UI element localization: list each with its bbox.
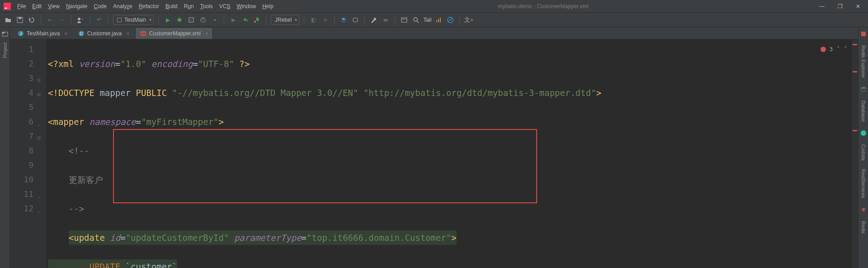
window-controls: — ❐ ✕ bbox=[816, 3, 864, 10]
tab-label: Customer.java bbox=[87, 30, 122, 37]
menu-edit[interactable]: Edit bbox=[29, 2, 44, 10]
svg-rect-31 bbox=[861, 32, 866, 36]
fold-icon[interactable]: ⌞ bbox=[36, 203, 42, 209]
open-icon[interactable] bbox=[4, 15, 13, 24]
profile-dropdown-icon[interactable]: ▾ bbox=[210, 15, 219, 24]
run-icon[interactable]: ▶ bbox=[163, 15, 172, 24]
error-marker[interactable] bbox=[853, 71, 857, 72]
forward-icon[interactable]: → bbox=[57, 15, 66, 24]
svg-rect-0 bbox=[4, 3, 11, 10]
menu-tools[interactable]: Tools bbox=[198, 2, 216, 10]
line-number: 5 bbox=[10, 100, 33, 115]
editor-tabs: J TestMain.java × C Customer.java × Cust… bbox=[10, 27, 858, 39]
menu-code[interactable]: Code bbox=[91, 2, 109, 10]
error-stripe[interactable] bbox=[852, 39, 858, 268]
undo-icon[interactable]: ↶ bbox=[94, 15, 104, 24]
maximize-button[interactable]: ❐ bbox=[834, 3, 846, 10]
close-icon[interactable]: × bbox=[205, 31, 208, 36]
menu-help[interactable]: Help bbox=[259, 2, 276, 10]
codota-icon[interactable] bbox=[860, 130, 867, 136]
inspection-widget[interactable]: 3 ˆ ˇ bbox=[821, 42, 847, 57]
svg-line-16 bbox=[417, 21, 419, 23]
link-icon[interactable] bbox=[381, 15, 390, 24]
code-editor[interactable]: <?xml version="1.0" encoding="UTF-8" ?> … bbox=[46, 39, 858, 268]
gutter: 1 2 3 4 5 6 7 8 9 10 11 12 ⊟ ⊟ ⌞ ⊟ ⌞ ⌞ bbox=[10, 39, 46, 268]
fold-icon[interactable]: ⊟ bbox=[36, 73, 42, 78]
menu-vcs[interactable]: VCS bbox=[217, 2, 233, 10]
tab-testmain[interactable]: J TestMain.java × bbox=[13, 27, 72, 39]
fold-icon[interactable]: ⌞ bbox=[36, 116, 42, 122]
search-icon[interactable] bbox=[411, 15, 420, 24]
back-icon[interactable]: ← bbox=[46, 15, 55, 24]
svg-point-4 bbox=[78, 18, 80, 20]
menu-window[interactable]: Window bbox=[234, 2, 259, 10]
attach-icon[interactable]: ▶ bbox=[229, 15, 238, 24]
rocket-icon[interactable] bbox=[252, 15, 261, 24]
close-icon[interactable]: × bbox=[127, 31, 129, 36]
menu-run[interactable]: Run bbox=[181, 2, 197, 10]
chevron-down-icon[interactable]: ˇ bbox=[844, 42, 847, 57]
svg-rect-28 bbox=[141, 31, 146, 36]
open-folder-icon[interactable]: ◧ bbox=[309, 15, 318, 24]
redis-icon[interactable] bbox=[860, 206, 867, 213]
fold-icon[interactable]: ⊟ bbox=[36, 87, 42, 93]
menu-build[interactable]: Build bbox=[163, 2, 180, 10]
stop-icon[interactable]: ■ bbox=[321, 15, 330, 24]
box-icon[interactable] bbox=[351, 15, 360, 24]
line-number: 9 bbox=[10, 158, 33, 172]
redis-explorer-icon[interactable] bbox=[860, 31, 867, 37]
menu-analyze[interactable]: Analyze bbox=[110, 2, 135, 10]
minimize-button[interactable]: — bbox=[816, 3, 828, 10]
no-entry-icon[interactable] bbox=[446, 15, 455, 24]
jrebel-select[interactable]: JRebel bbox=[271, 15, 299, 25]
coverage-icon[interactable] bbox=[187, 15, 196, 24]
svg-rect-3 bbox=[19, 17, 21, 19]
rerun-icon[interactable] bbox=[241, 15, 250, 24]
svg-rect-23 bbox=[2, 32, 5, 34]
sync-icon[interactable] bbox=[27, 15, 36, 24]
svg-point-30 bbox=[143, 33, 145, 34]
project-tool-icon[interactable] bbox=[2, 31, 8, 37]
chart-icon[interactable] bbox=[434, 15, 443, 24]
tool-label[interactable]: Codota bbox=[861, 144, 866, 160]
avatar-icon[interactable] bbox=[76, 15, 85, 24]
window-icon[interactable] bbox=[400, 15, 409, 24]
line-number: 4 bbox=[10, 86, 33, 100]
menu-file[interactable]: File bbox=[14, 2, 28, 10]
translate-icon[interactable]: 文A bbox=[464, 15, 473, 24]
wrench-icon[interactable] bbox=[369, 15, 378, 24]
tool-label[interactable]: RestServices bbox=[861, 169, 866, 198]
chevron-up-icon[interactable]: ˆ bbox=[836, 42, 840, 57]
menu-refactor[interactable]: Refactor bbox=[136, 2, 162, 10]
tail-label[interactable]: Tail bbox=[423, 15, 431, 24]
line-number: 10 bbox=[10, 172, 33, 187]
run-config-label: TestMain bbox=[124, 17, 146, 23]
error-count: 3 bbox=[830, 42, 833, 57]
fold-icon[interactable]: ⌞ bbox=[36, 189, 42, 194]
tool-label[interactable]: Redis bbox=[861, 221, 866, 234]
class-file-icon: C bbox=[78, 30, 85, 37]
line-number: 1 bbox=[10, 42, 33, 57]
menu-navigate[interactable]: Navigate bbox=[63, 2, 90, 10]
svg-point-11 bbox=[254, 21, 256, 23]
highlight-box bbox=[113, 129, 537, 203]
close-icon[interactable]: × bbox=[64, 31, 67, 36]
tab-customermapper[interactable]: CustomerMapper.xml × bbox=[135, 27, 213, 39]
project-tool-label[interactable]: Project bbox=[2, 43, 8, 58]
save-icon[interactable] bbox=[15, 15, 24, 24]
close-button[interactable]: ✕ bbox=[852, 3, 864, 10]
profile-icon[interactable] bbox=[198, 15, 208, 24]
error-marker[interactable] bbox=[853, 130, 857, 131]
line-number: 8 bbox=[10, 144, 33, 158]
menu-view[interactable]: View bbox=[45, 2, 62, 10]
fold-icon[interactable]: ⊟ bbox=[36, 131, 42, 136]
error-marker[interactable] bbox=[853, 44, 857, 45]
tab-customer[interactable]: C Customer.java × bbox=[73, 27, 134, 39]
java-file-icon: J bbox=[18, 30, 24, 37]
run-config-select[interactable]: TestMain bbox=[113, 15, 154, 25]
app-icon bbox=[4, 3, 11, 10]
layers-icon[interactable] bbox=[339, 15, 348, 24]
svg-point-29 bbox=[142, 33, 143, 34]
debug-icon[interactable] bbox=[175, 15, 184, 24]
svg-point-15 bbox=[414, 18, 417, 21]
